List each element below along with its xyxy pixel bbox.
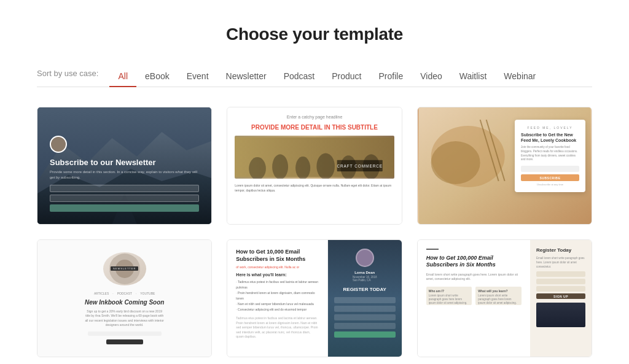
- preview-1-input2: [50, 195, 199, 202]
- filter-tab-product[interactable]: Product: [323, 66, 370, 87]
- preview-6-left: How to Get 100,000 Email Subscribers in …: [418, 240, 530, 357]
- template-preview-4: NEWSLETTER ARTICLES · PODCAST · YOUTUBE …: [37, 240, 211, 357]
- preview-4-link-podcast: PODCAST: [117, 292, 132, 295]
- preview-5-input-1: [334, 297, 396, 303]
- page-title: Choose your template: [37, 25, 592, 44]
- preview-6-btn-text: SIGN UP: [553, 295, 568, 298]
- svg-point-6: [272, 154, 288, 179]
- preview-5-big-text: Tadimus etus potest in facibus sed lacin…: [236, 316, 318, 339]
- preview-5-list-item-1: · Tadimus etus potest in facibus sed lac…: [236, 279, 318, 290]
- template-card-cookbook[interactable]: FEED ME, LOVELY Subscribe to Get the New…: [417, 107, 592, 225]
- preview-2-subtitle: PROVIDE MORE DETAIL IN THIS SUBTITLE: [235, 124, 394, 131]
- preview-6-bottom-img: [536, 303, 585, 327]
- template-preview-3: FEED ME, LOVELY Subscribe to Get the New…: [418, 107, 592, 224]
- svg-text:CRAFT COMMERCE: CRAFT COMMERCE: [337, 164, 383, 168]
- template-preview-2: Enter a catchy page headline PROVIDE MOR…: [227, 107, 401, 224]
- preview-2-headline: Enter a catchy page headline: [235, 115, 394, 119]
- preview-5-input-3: [334, 314, 396, 320]
- preview-1-input: [50, 185, 199, 192]
- preview-4-link-articles: ARTICLES: [94, 292, 109, 295]
- template-card-event-craft[interactable]: Enter a catchy page headline PROVIDE MOR…: [227, 107, 402, 225]
- preview-5-register-title: REGISTER TODAY: [343, 287, 386, 292]
- template-card-10k[interactable]: How to Get 10,000 Email Subscribers in S…: [227, 239, 402, 357]
- filter-tab-video[interactable]: Video: [412, 66, 451, 87]
- preview-6-divider: [426, 249, 439, 250]
- template-preview-1: Subscribe to our Newsletter Provide some…: [37, 107, 211, 224]
- svg-point-8: [317, 153, 335, 179]
- preview-1-content: Subscribe to our Newsletter Provide some…: [50, 136, 199, 212]
- template-card-100k[interactable]: How to Get 100,000 Email Subscribers in …: [417, 239, 592, 357]
- filter-tab-ebook[interactable]: eBook: [136, 66, 178, 87]
- preview-5-subtitle: of work, consectetur adipiscing elit. Nu…: [236, 265, 318, 269]
- preview-6-who-title: Who am I?: [429, 289, 470, 293]
- template-card-newsletter-mountain[interactable]: Subscribe to our Newsletter Provide some…: [37, 107, 212, 225]
- preview-6-bottom-item-2: What will you learn? Lorem ipsum short w…: [475, 287, 522, 305]
- preview-5-list-title: Here is what you'll learn:: [236, 273, 318, 277]
- preview-6-bottom-item-1: Who am I? Lorem ipsum short write paragr…: [426, 287, 472, 305]
- preview-5-right: Lorna Dean November 16, 2018San Pablo, C…: [328, 240, 402, 357]
- preview-3-btn-text: SUBSCRIBE: [540, 176, 561, 180]
- preview-3-logo: FEED ME, LOVELY: [521, 126, 579, 130]
- preview-1-title: Subscribe to our Newsletter: [50, 158, 199, 167]
- preview-6-input-1: [536, 271, 585, 277]
- preview-4-circle-inner: NEWSLETTER: [109, 254, 140, 284]
- filter-label: Sort by use case:: [37, 69, 98, 84]
- filter-tab-profile[interactable]: Profile: [370, 66, 412, 87]
- filter-tab-podcast[interactable]: Podcast: [275, 66, 324, 87]
- preview-5-avatar: [356, 249, 374, 267]
- preview-4-link-youtube: YOUTUBE: [140, 292, 155, 295]
- preview-5-list-item-4: · Consectetur adipiscing elit sed do eiu…: [236, 307, 318, 312]
- preview-6-right-text: Email lorem short write paragraph goes h…: [536, 257, 585, 269]
- preview-5-left: How to Get 10,000 Email Subscribers in S…: [227, 240, 327, 357]
- preview-4-badge: NEWSLETTER: [111, 266, 138, 271]
- preview-3-unsubscribe: Unsubscribe at any time: [521, 183, 579, 186]
- preview-6-btn: SIGN UP: [536, 293, 585, 299]
- preview-3-card-title: Subscribe to Get the New Feed Me, Lovely…: [521, 132, 579, 143]
- preview-1-avatar: [50, 136, 67, 153]
- preview-5-input-4: [334, 323, 396, 329]
- template-preview-5: How to Get 10,000 Email Subscribers in S…: [227, 240, 401, 357]
- preview-2-crowd: CRAFT COMMERCE: [235, 136, 394, 179]
- filter-tab-event[interactable]: Event: [178, 66, 217, 87]
- preview-4-links: ARTICLES · PODCAST · YOUTUBE: [94, 292, 155, 295]
- page-container: Choose your template Sort by use case: A…: [0, 0, 629, 364]
- svg-point-7: [295, 157, 310, 179]
- preview-3-btn: SUBSCRIBE: [521, 174, 579, 181]
- preview-6-title: How to Get 100,000 Email Subscribers in …: [426, 255, 522, 269]
- svg-point-15: [431, 141, 480, 184]
- preview-6-learn-text: Lorem ipsum short write paragraph goes h…: [478, 294, 519, 306]
- preview-4-circle: NEWSLETTER: [103, 252, 146, 285]
- preview-6-who-text: Lorem ipsum short write paragraph goes h…: [429, 294, 470, 306]
- preview-3-email-input: [521, 166, 579, 172]
- preview-5-date: November 16, 2018San Pablo, CA: [353, 276, 377, 282]
- preview-5-name: Lorna Dean: [354, 271, 375, 274]
- filter-tab-all[interactable]: All: [109, 66, 136, 87]
- preview-3-card: FEED ME, LOVELY Subscribe to Get the New…: [515, 120, 585, 192]
- preview-6-bottom: Who am I? Lorem ipsum short write paragr…: [426, 287, 522, 305]
- preview-5-list-item-3: · Nam et nibh sed semper bibendum lurus …: [236, 301, 318, 307]
- preview-6-input-3: [536, 286, 585, 292]
- preview-4-text: Sign up to get a 20% early bird discount…: [85, 309, 165, 328]
- preview-5-btn: [334, 331, 396, 338]
- filter-bar: Sort by use case: All eBook Event Newsle…: [37, 66, 592, 87]
- templates-grid: Subscribe to our Newsletter Provide some…: [37, 107, 592, 357]
- preview-6-text: Email lorem short write paragraph goes h…: [426, 273, 522, 282]
- preview-4-input: [88, 331, 162, 336]
- preview-5-title: How to Get 10,000 Email Subscribers in S…: [236, 249, 318, 263]
- template-preview-6: How to Get 100,000 Email Subscribers in …: [418, 240, 592, 357]
- preview-4-btn: [106, 339, 143, 344]
- preview-2-text: Lorem ipsum dolor sit amet, consectetur …: [235, 184, 394, 193]
- preview-5-list-item-2: · Proin hendrerit lorem at lorem digniss…: [236, 290, 318, 301]
- preview-6-right: Register Today Email lorem short write p…: [530, 240, 592, 357]
- filter-tab-webinar[interactable]: Webinar: [495, 66, 544, 87]
- preview-4-title: New Inkbook Coming Soon: [85, 299, 164, 306]
- preview-6-input-2: [536, 279, 585, 284]
- template-card-inkbook[interactable]: NEWSLETTER ARTICLES · PODCAST · YOUTUBE …: [37, 239, 212, 357]
- preview-1-btn: [50, 204, 199, 212]
- preview-1-text: Provide some more detail in this section…: [50, 169, 199, 180]
- preview-5-input-2: [334, 306, 396, 312]
- preview-3-card-text: Join the community of your favorite food…: [521, 145, 579, 162]
- filter-tab-waitlist[interactable]: Waitlist: [451, 66, 496, 87]
- filter-tab-newsletter[interactable]: Newsletter: [217, 66, 275, 87]
- preview-6-learn-title: What will you learn?: [478, 289, 519, 293]
